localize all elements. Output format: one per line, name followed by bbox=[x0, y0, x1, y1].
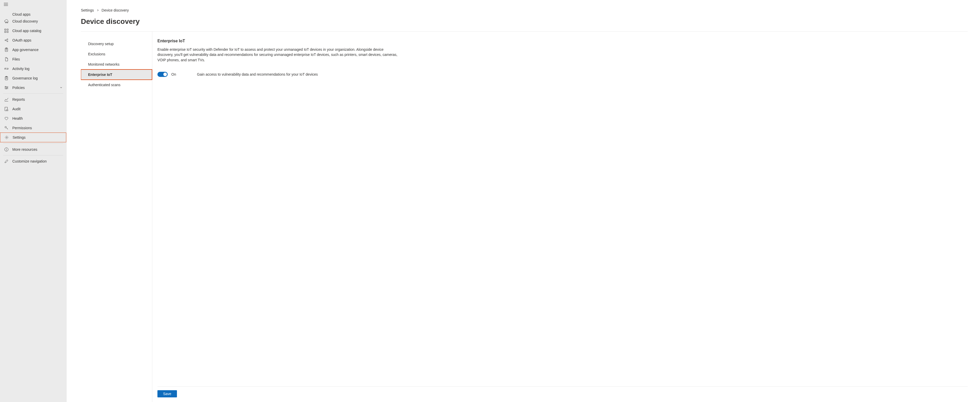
svg-point-40 bbox=[6, 148, 7, 149]
sidebar-item-label: OAuth apps bbox=[12, 38, 63, 42]
save-button[interactable]: Save bbox=[158, 390, 177, 397]
sidebar-item-label: Settings bbox=[13, 135, 62, 139]
sidebar-item-label: Cloud apps bbox=[12, 12, 63, 16]
svg-line-12 bbox=[6, 40, 7, 40]
chevron-down-icon bbox=[60, 85, 63, 90]
svg-line-33 bbox=[8, 111, 8, 111]
sidebar-item-audit[interactable]: Audit bbox=[0, 104, 66, 114]
audit-icon bbox=[4, 107, 9, 111]
svg-point-27 bbox=[7, 87, 8, 88]
breadcrumb-settings[interactable]: Settings bbox=[81, 8, 94, 12]
sidebar-item-permissions[interactable]: Permissions bbox=[0, 123, 66, 133]
sidebar-item-label: Cloud discovery bbox=[12, 19, 63, 23]
svg-line-13 bbox=[6, 41, 7, 41]
sliders-icon bbox=[4, 85, 9, 90]
svg-point-9 bbox=[5, 40, 6, 41]
svg-rect-7 bbox=[5, 31, 6, 33]
svg-line-36 bbox=[7, 128, 8, 129]
svg-point-29 bbox=[6, 88, 7, 89]
breadcrumb-current: Device discovery bbox=[102, 8, 129, 12]
key-icon bbox=[4, 126, 9, 130]
sidebar-item-cloud-discovery[interactable]: Cloud discovery bbox=[0, 16, 66, 26]
gear-icon bbox=[4, 135, 9, 140]
main-content: Settings Device discovery Device discove… bbox=[67, 0, 980, 402]
sidebar-item-more-resources[interactable]: More resources bbox=[0, 145, 66, 154]
section-description: Enable enterprise IoT security with Defe… bbox=[158, 47, 399, 63]
sidebar-item-label: Permissions bbox=[12, 126, 63, 130]
svg-rect-6 bbox=[7, 29, 8, 30]
files-icon bbox=[4, 57, 9, 62]
svg-point-10 bbox=[7, 39, 8, 40]
subnav-authenticated-scans[interactable]: Authenticated scans bbox=[81, 80, 152, 90]
sidebar-item-governance-log[interactable]: Governance log bbox=[0, 73, 66, 83]
sidebar-item-label: Reports bbox=[12, 97, 63, 101]
cloud-apps-icon bbox=[4, 12, 9, 16]
link-icon bbox=[4, 66, 9, 71]
hamburger-icon bbox=[3, 3, 8, 6]
sidebar-item-activity-log[interactable]: Activity log bbox=[0, 64, 66, 73]
svg-point-4 bbox=[7, 22, 8, 23]
oauth-icon bbox=[4, 38, 9, 43]
sidebar-item-reports[interactable]: Reports bbox=[0, 95, 66, 104]
subnav-discovery-setup[interactable]: Discovery setup bbox=[81, 39, 152, 49]
sidebar-item-settings[interactable]: Settings bbox=[0, 133, 66, 142]
subnav-monitored-networks[interactable]: Monitored networks bbox=[81, 59, 152, 70]
toggle-state-label: On bbox=[171, 72, 192, 76]
sidebar-item-label: Cloud app catalog bbox=[12, 29, 63, 33]
sidebar-item-cloud-app-catalog[interactable]: Cloud app catalog bbox=[0, 26, 66, 35]
sidebar-item-oauth-apps[interactable]: OAuth apps bbox=[0, 35, 66, 45]
toggle-knob bbox=[163, 73, 167, 76]
toggle-description: Gain access to vulnerability data and re… bbox=[197, 72, 318, 76]
pencil-icon bbox=[4, 159, 9, 163]
sidebar-item-cloud-apps[interactable]: Cloud apps bbox=[0, 7, 66, 16]
clipboard-icon bbox=[4, 76, 9, 81]
info-icon bbox=[4, 147, 9, 152]
section-title: Enterprise IoT bbox=[158, 39, 968, 43]
settings-subnav: Discovery setup Exclusions Monitored net… bbox=[81, 32, 152, 402]
sidebar-item-label: More resources bbox=[12, 147, 63, 152]
svg-line-35 bbox=[6, 128, 8, 130]
svg-rect-5 bbox=[5, 29, 6, 30]
nav-divider bbox=[3, 155, 63, 155]
page-title: Device discovery bbox=[81, 17, 968, 25]
grid-icon bbox=[4, 28, 9, 33]
svg-rect-8 bbox=[7, 31, 8, 33]
enterprise-iot-toggle[interactable] bbox=[158, 72, 168, 77]
sidebar-item-label: Files bbox=[12, 57, 63, 61]
sidebar-item-label: Activity log bbox=[12, 66, 63, 71]
sidebar-item-health[interactable]: Health bbox=[0, 114, 66, 123]
svg-point-25 bbox=[5, 86, 6, 87]
sidebar: Cloud apps Cloud discovery Cloud app cat… bbox=[0, 0, 67, 402]
sidebar-item-label: Health bbox=[12, 116, 63, 120]
health-icon bbox=[4, 116, 9, 121]
sidebar-item-label: Governance log bbox=[12, 76, 63, 80]
subnav-exclusions[interactable]: Exclusions bbox=[81, 49, 152, 59]
detail-footer: Save bbox=[158, 386, 968, 402]
svg-point-3 bbox=[5, 22, 6, 23]
nav-divider bbox=[3, 143, 63, 144]
breadcrumb: Settings Device discovery bbox=[81, 8, 968, 12]
cloud-discovery-icon bbox=[4, 19, 9, 24]
clipboard-icon bbox=[4, 47, 9, 52]
chevron-right-icon bbox=[97, 8, 99, 12]
sidebar-item-files[interactable]: Files bbox=[0, 54, 66, 64]
subnav-enterprise-iot[interactable]: Enterprise IoT bbox=[81, 70, 152, 80]
svg-point-37 bbox=[6, 137, 8, 138]
sidebar-item-customize-navigation[interactable]: Customize navigation bbox=[0, 157, 66, 166]
svg-point-11 bbox=[7, 41, 8, 42]
sidebar-item-label: Customize navigation bbox=[12, 159, 63, 163]
enterprise-iot-toggle-row: On Gain access to vulnerability data and… bbox=[158, 72, 968, 77]
sidebar-item-policies[interactable]: Policies bbox=[0, 83, 66, 92]
sidebar-item-label: Policies bbox=[12, 85, 56, 90]
sidebar-item-label: Audit bbox=[12, 107, 63, 111]
reports-icon bbox=[4, 97, 9, 102]
sidebar-item-label: App governance bbox=[12, 48, 63, 52]
detail-panel: Enterprise IoT Enable enterprise IoT sec… bbox=[152, 32, 968, 402]
sidebar-item-app-governance[interactable]: App governance bbox=[0, 45, 66, 54]
